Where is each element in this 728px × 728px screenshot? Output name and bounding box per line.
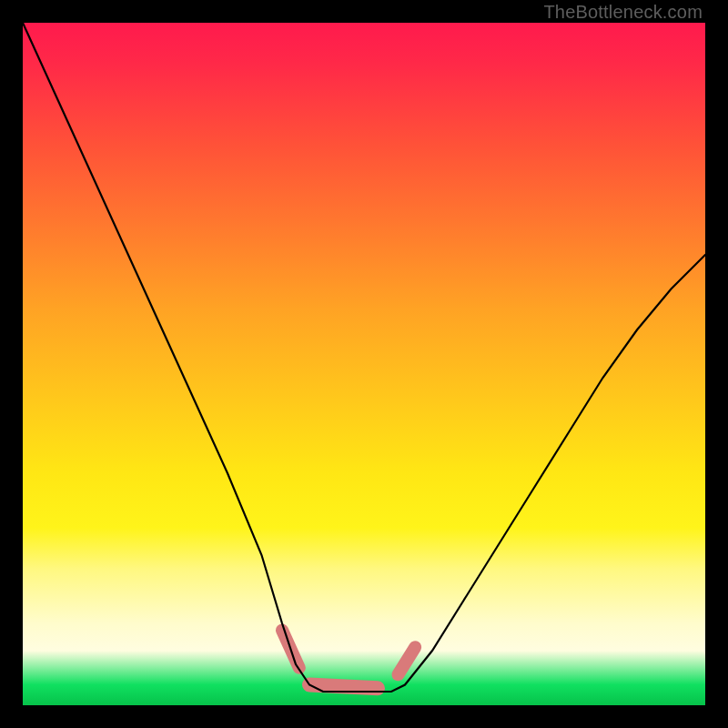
chart-svg	[23, 23, 705, 705]
markers-group	[282, 631, 415, 689]
chart-frame: TheBottleneck.com	[0, 0, 728, 728]
bottleneck-curve	[23, 23, 705, 692]
plot-area	[23, 23, 705, 705]
capsule-mid	[309, 685, 378, 689]
capsule-right	[399, 647, 416, 674]
watermark-text: TheBottleneck.com	[543, 2, 703, 23]
